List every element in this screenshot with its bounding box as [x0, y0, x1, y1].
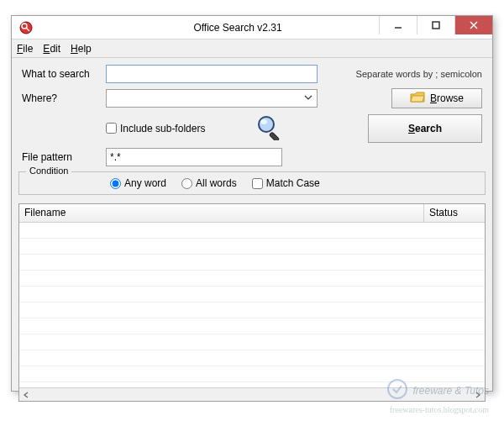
svg-rect-4 — [433, 22, 439, 29]
window-controls — [379, 16, 492, 34]
results-list[interactable]: Filename Status — [18, 203, 486, 402]
include-sub-input[interactable] — [106, 123, 117, 134]
menu-file[interactable]: File — [17, 43, 33, 55]
any-word-label: Any word — [124, 177, 166, 189]
match-case-label: Match Case — [266, 177, 320, 189]
all-words-radio[interactable]: All words — [181, 177, 237, 189]
watermark-url: freewares-tutos.blogspot.com — [390, 405, 489, 414]
match-case-checkbox[interactable]: Match Case — [252, 177, 320, 189]
where-combo[interactable] — [106, 89, 318, 108]
pattern-label: File pattern — [22, 151, 99, 163]
col-filename[interactable]: Filename — [19, 204, 424, 222]
close-button[interactable] — [454, 16, 492, 34]
search-icon — [255, 113, 282, 143]
menubar: File Edit Help — [12, 39, 492, 58]
col-status[interactable]: Status — [424, 204, 485, 222]
hint-text: Separate words by ; semicolon — [356, 69, 482, 79]
menu-help[interactable]: Help — [71, 43, 92, 55]
results-header: Filename Status — [19, 204, 485, 223]
folder-icon — [410, 92, 425, 106]
condition-fieldset: Condition Any word All words Match Case — [18, 171, 486, 195]
what-input[interactable] — [106, 65, 318, 83]
search-form: What to search Separate words by ; semic… — [12, 58, 492, 171]
maximize-button[interactable] — [417, 16, 454, 34]
scroll-right-icon[interactable] — [471, 388, 485, 402]
search-label: Search — [408, 123, 442, 134]
include-sub-checkbox[interactable]: Include sub-folders — [106, 123, 205, 134]
app-window: Office Search v2.31 File Edit Help What … — [11, 15, 493, 392]
browse-button[interactable]: Browse — [391, 88, 482, 108]
svg-rect-8 — [270, 132, 280, 140]
menu-edit[interactable]: Edit — [43, 43, 60, 55]
pattern-input[interactable] — [106, 148, 282, 166]
where-label: Where? — [22, 92, 99, 104]
minimize-button[interactable] — [379, 16, 417, 34]
horizontal-scrollbar[interactable] — [19, 387, 485, 401]
any-word-radio[interactable]: Any word — [110, 177, 166, 189]
app-icon — [18, 20, 34, 35]
browse-label: Browse — [430, 92, 464, 104]
search-button[interactable]: Search — [368, 114, 482, 143]
condition-legend: Condition — [26, 166, 71, 176]
scroll-left-icon[interactable] — [19, 388, 33, 402]
include-sub-label: Include sub-folders — [120, 123, 205, 134]
what-label: What to search — [22, 68, 99, 80]
titlebar[interactable]: Office Search v2.31 — [12, 16, 492, 39]
svg-point-7 — [259, 117, 274, 132]
chevron-down-icon — [303, 92, 313, 105]
all-words-label: All words — [196, 177, 237, 189]
results-body[interactable] — [19, 223, 485, 387]
svg-point-9 — [260, 119, 267, 124]
